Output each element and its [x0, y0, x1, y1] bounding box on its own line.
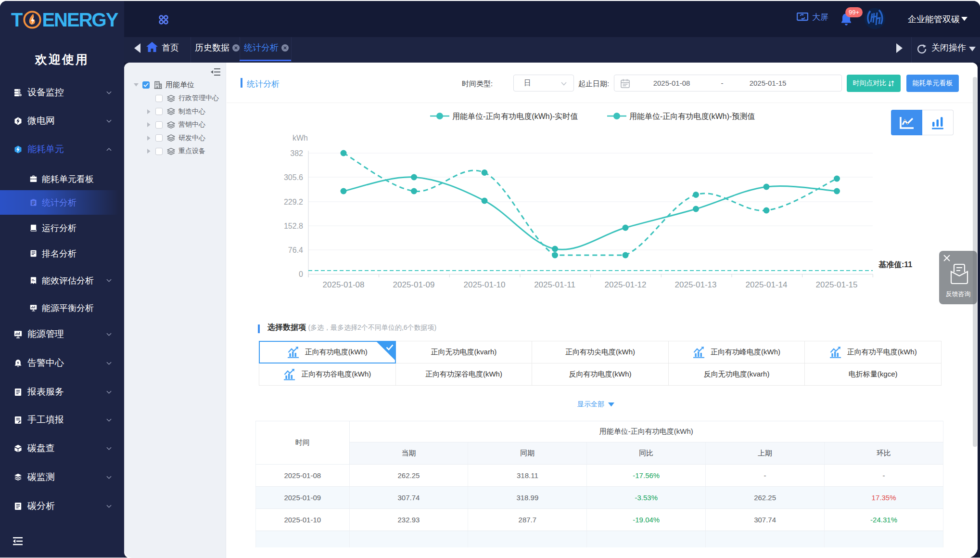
svg-text:用能单位-正向有功电度(kWh)-实时值: 用能单位-正向有功电度(kWh)-实时值 [452, 112, 578, 120]
svg-text:2025-01-12: 2025-01-12 [605, 280, 647, 289]
svg-text:2025-01-15: 2025-01-15 [816, 280, 858, 289]
svg-text:用能单位-正向有功电度(kWh)-预测值: 用能单位-正向有功电度(kWh)-预测值 [629, 112, 755, 120]
svg-text:2025-01-14: 2025-01-14 [746, 280, 788, 289]
svg-text:基准值:11: 基准值:11 [878, 260, 912, 269]
svg-text:2025-01-13: 2025-01-13 [675, 280, 717, 289]
svg-text:382: 382 [290, 149, 303, 157]
svg-text:2025-01-09: 2025-01-09 [393, 280, 435, 289]
svg-text:229.2: 229.2 [284, 198, 303, 206]
svg-text:2025-01-08: 2025-01-08 [323, 280, 365, 289]
svg-text:2025-01-10: 2025-01-10 [464, 280, 506, 289]
svg-text:152.8: 152.8 [284, 222, 303, 230]
svg-text:305.6: 305.6 [284, 173, 303, 182]
svg-text:kWh: kWh [293, 134, 308, 142]
svg-text:76.4: 76.4 [288, 246, 303, 254]
svg-text:0: 0 [299, 270, 303, 278]
svg-text:O₂: O₂ [32, 278, 36, 282]
svg-text:2025-01-11: 2025-01-11 [534, 280, 575, 289]
